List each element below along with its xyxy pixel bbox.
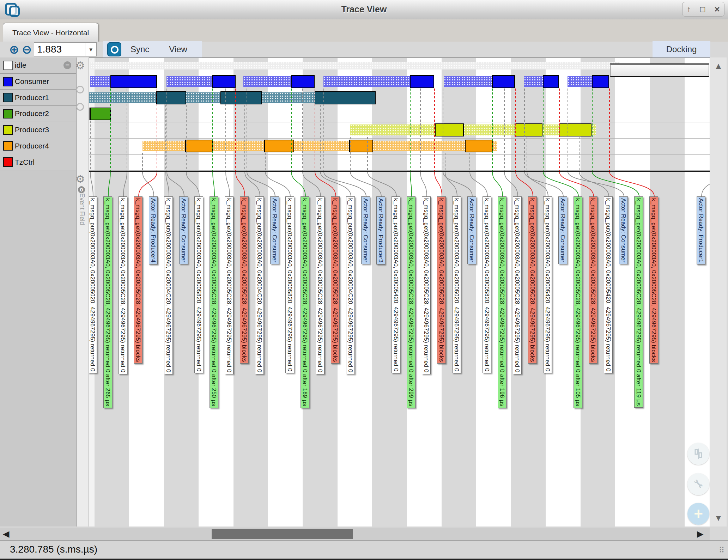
consumer-solid-bar[interactable] [492,75,515,88]
horizontal-scrollbar[interactable]: ◀ ▶ [0,528,710,540]
title-bar[interactable]: Trace View ↑ ◻ × [0,0,728,19]
minimize-button[interactable]: ↑ [687,5,691,14]
legend-row-producer1[interactable]: Producer1 [0,90,76,106]
consumer-hatch-bar[interactable] [166,76,212,87]
p1-solid-bar[interactable] [220,91,262,104]
event-label[interactable]: k_msgq_get(0x200003A0, 0x20005C28, 42949… [331,196,340,364]
circle-icon[interactable] [76,86,84,93]
view-menu[interactable]: View [169,44,187,54]
close-button[interactable]: × [715,4,720,15]
scrollbar-thumb[interactable] [212,529,353,539]
p4-solid-bar[interactable] [349,140,373,152]
legend-row-consumer[interactable]: Consumer [0,74,76,90]
event-label[interactable]: Actor Ready: Producer4 [149,196,158,264]
add-button[interactable]: + [687,503,709,525]
event-label[interactable]: Actor Ready: Consumer [179,196,188,264]
consumer-hatch-bar[interactable] [90,76,110,87]
scroll-right-icon[interactable]: ▶ [697,529,703,539]
event-label[interactable]: k_msgq_get(0x200003A0, 0x20005C28, 42949… [119,196,127,374]
zoom-in-icon[interactable]: ⊕ [8,44,20,55]
sync-menu[interactable]: Sync [131,44,149,54]
event-label[interactable]: k_msgq_get(0x200003A0, 0x20005C28, 42949… [134,196,142,364]
event-label[interactable]: k_msgq_get(0x200003A0, 0x20005C28, 42949… [316,196,324,374]
event-label[interactable]: k_msgq_put(0x200003A0, 0x20004C20, 42949… [255,196,264,374]
event-label[interactable]: Actor Ready: Consumer [270,196,279,264]
docking-button[interactable]: Docking [653,41,710,57]
event-label[interactable]: Actor Ready: Consumer [467,196,476,264]
event-label[interactable]: k_msgq_get(0x200003A0, 0x20005C28, 42949… [513,196,522,374]
p4-solid-bar[interactable] [465,140,493,152]
p2-solid-bar[interactable] [90,108,111,120]
event-label[interactable]: k_msgq_put(0x200003A0, 0x20005020, 42949… [452,196,461,373]
event-label[interactable]: k_msgq_put(0x200003A0, 0x20004C20, 42949… [346,196,355,374]
consumer-solid-bar[interactable] [543,75,559,88]
legend-row-idle[interactable]: idle− [0,57,76,74]
event-label[interactable]: k_msgq_get(0x200003A0, 0x20005C28, 42949… [210,196,218,408]
scroll-down-icon[interactable]: ▼ [714,513,723,523]
consumer-solid-bar[interactable] [110,75,157,88]
maximize-button[interactable]: ◻ [699,5,706,14]
chevron-down-icon[interactable]: ▼ [85,43,93,56]
event-label[interactable]: k_msgq_put(0x200003A0, 0x20005420, 42949… [543,196,552,373]
sync-icon[interactable] [107,42,121,56]
event-label[interactable]: k_msgq_get(0x200003A0, 0x20005C28, 42949… [422,196,431,374]
overview-box[interactable] [610,63,709,77]
event-label[interactable]: k_msgq_get(0x200003A0, 0x20005C28, 42949… [407,196,415,408]
circle-icon[interactable] [76,103,84,111]
event-label[interactable]: k_msgq_put(0x200003A0, 0x20005820, 42949… [194,196,203,373]
collapse-icon[interactable]: − [63,61,71,69]
event-label[interactable]: k_msgq_get(0x200003A0, 0x20005C28, 42949… [634,196,643,408]
consumer-solid-bar[interactable] [410,75,434,88]
consumer-hatch-bar[interactable] [568,76,592,87]
gear-icon[interactable]: ⚙ [75,59,85,72]
legend-row-producer3[interactable]: Producer3 [0,122,76,138]
consumer-solid-bar[interactable] [592,75,609,88]
consumer-hatch-bar[interactable] [444,76,492,87]
event-label[interactable]: k_msgq_get(0x200003A0, 0x20005C28, 42949… [649,196,658,364]
view-options-button[interactable] [687,443,709,465]
event-label[interactable]: k_msgq_get(0x200003A0, 0x20005C28, 42949… [528,196,537,364]
event-label[interactable]: k_msgq_get(0x200003A0, 0x20005C28, 42949… [225,196,233,374]
event-label[interactable]: Actor Ready: Consumer [619,196,628,264]
scroll-left-icon[interactable]: ◀ [3,529,9,539]
event-label[interactable]: k_msgq_put(0x200003A0, 0x20005420, 42949… [604,196,613,373]
p4-solid-bar[interactable] [264,140,294,152]
event-label[interactable]: k_msgq_get(0x200003A0, 0x20005C28, 42949… [574,196,582,408]
event-label[interactable]: k_msgq_get(0x200003A0, 0x20005C28, 42949… [301,196,309,408]
scroll-up-icon[interactable]: ▲ [714,61,723,71]
p3-solid-bar[interactable] [515,123,542,136]
legend-row-producer4[interactable]: Producer4 [0,138,76,154]
event-label[interactable]: Actor Ready: Producer1 [697,196,705,264]
event-label[interactable]: k_msgq_get(0x200003A0, 0x20005C28, 42949… [103,196,112,408]
p4-solid-bar[interactable] [185,140,213,152]
event-label[interactable]: k_msgq_get(0x200003A0, 0x20005C28, 42949… [498,196,506,408]
event-label[interactable]: k_msgq_get(0x200003A0, 0x20005C28, 42949… [589,196,597,364]
consumer-solid-bar[interactable] [291,75,315,88]
consumer-hatch-bar[interactable] [524,76,543,87]
settings-button[interactable]: 🔧︎ [687,473,709,495]
legend-row-producer2[interactable]: Producer2 [0,106,76,122]
p1-hatch-bar[interactable] [81,92,315,103]
consumer-solid-bar[interactable] [212,75,236,88]
p1-solid-bar[interactable] [315,91,376,104]
zoom-level-input[interactable]: 1.883 ▼ [34,42,97,56]
event-label[interactable]: k_msgq_put(0x200003A0, 0x20004C20, 42949… [164,196,173,374]
legend-row-tzctrl[interactable]: TzCtrl [0,154,76,170]
tab-trace-view-horizontal[interactable]: Trace View - Horizontal [3,23,98,42]
zoom-out-icon[interactable]: ⊖ [21,44,32,55]
event-label[interactable]: Actor Ready: Consumer [558,196,567,264]
vertical-scrollbar[interactable]: ▲ ▼ [710,57,727,526]
consumer-hatch-bar[interactable] [243,76,291,87]
consumer-hatch-bar[interactable] [323,76,410,87]
event-label[interactable]: k_msgq_put(0x200003A0, 0x20005820, 42949… [483,196,491,373]
event-label[interactable]: Actor Ready: Consumer [361,196,370,264]
event-label[interactable]: Actor Ready: Producer3 [376,196,385,264]
idle-hatch-bar[interactable] [90,62,620,69]
event-label[interactable]: k_msgq_put(0x200003A0, 0x20005420, 42949… [392,196,400,373]
resize-grip[interactable]: ⠿ [719,546,725,555]
p1-solid-bar[interactable] [156,91,186,104]
event-label[interactable]: k_msgq_get(0x200003A0, 0x20005C28, 42949… [437,196,446,364]
p3-solid-bar[interactable] [559,123,592,136]
event-label[interactable]: k_msgq_put(0x200003A0, 0x20005820, 42949… [285,196,294,373]
event-label[interactable]: k_msgq_put(0x200003A0, 0x20005020, 42949… [88,196,97,373]
